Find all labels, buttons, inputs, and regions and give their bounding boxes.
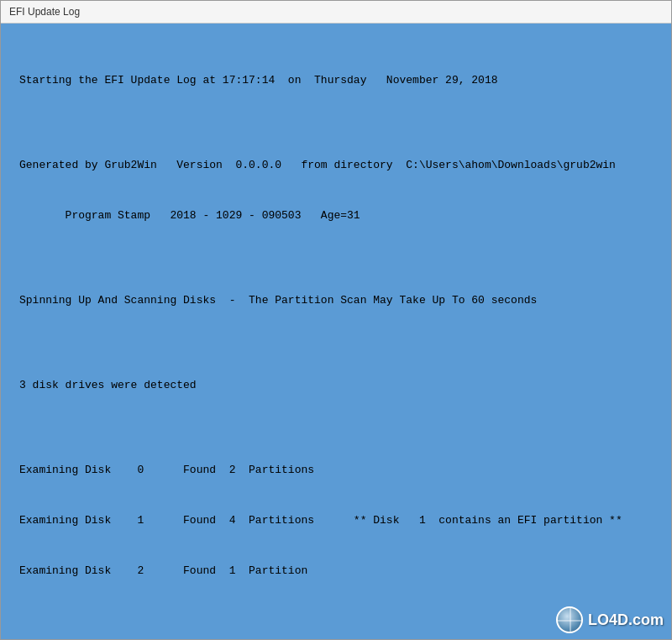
log-line-3: Program Stamp 2018 - 1029 - 090503 Age=3… — [19, 207, 653, 224]
main-window: EFI Update Log Starting the EFI Update L… — [0, 0, 672, 640]
log-line-5: 3 disk drives were detected — [19, 377, 653, 394]
log-line-6a: Examining Disk 0 Found 2 Partitions — [19, 462, 653, 479]
watermark: LO4D.com — [556, 606, 664, 633]
title-bar: EFI Update Log — [1, 1, 671, 24]
watermark-globe-icon — [556, 606, 583, 633]
log-line-1: Starting the EFI Update Log at 17:17:14 … — [19, 72, 653, 89]
log-line-2: Generated by Grub2Win Version 0.0.0.0 fr… — [19, 157, 653, 174]
window-title: EFI Update Log — [9, 6, 80, 18]
log-section-1: Starting the EFI Update Log at 17:17:14 … — [19, 39, 653, 639]
log-line-6b: Examining Disk 1 Found 4 Partitions ** D… — [19, 512, 653, 529]
log-line-6c: Examining Disk 2 Found 1 Partition — [19, 563, 653, 580]
content-area: Starting the EFI Update Log at 17:17:14 … — [1, 24, 671, 639]
log-line-4: Spinning Up And Scanning Disks - The Par… — [19, 292, 653, 309]
watermark-text: LO4D.com — [588, 611, 664, 629]
